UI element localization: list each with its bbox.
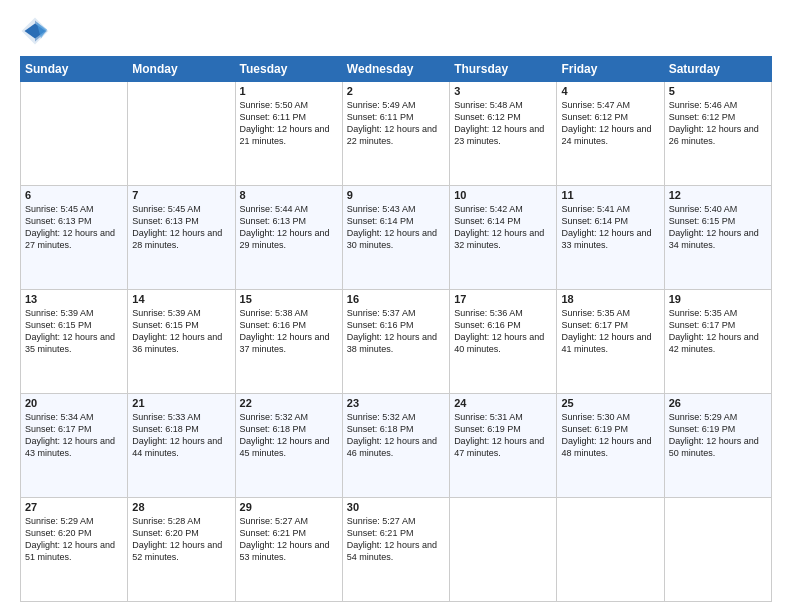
weekday-header-monday: Monday (128, 57, 235, 82)
day-number: 8 (240, 189, 338, 201)
day-cell: 10Sunrise: 5:42 AM Sunset: 6:14 PM Dayli… (450, 186, 557, 290)
day-info: Sunrise: 5:43 AM Sunset: 6:14 PM Dayligh… (347, 203, 445, 252)
day-info: Sunrise: 5:35 AM Sunset: 6:17 PM Dayligh… (561, 307, 659, 356)
day-number: 5 (669, 85, 767, 97)
weekday-header-saturday: Saturday (664, 57, 771, 82)
day-number: 30 (347, 501, 445, 513)
day-cell: 4Sunrise: 5:47 AM Sunset: 6:12 PM Daylig… (557, 82, 664, 186)
day-cell: 18Sunrise: 5:35 AM Sunset: 6:17 PM Dayli… (557, 290, 664, 394)
day-cell: 11Sunrise: 5:41 AM Sunset: 6:14 PM Dayli… (557, 186, 664, 290)
week-row-2: 13Sunrise: 5:39 AM Sunset: 6:15 PM Dayli… (21, 290, 772, 394)
day-cell: 30Sunrise: 5:27 AM Sunset: 6:21 PM Dayli… (342, 498, 449, 602)
day-cell (450, 498, 557, 602)
day-info: Sunrise: 5:28 AM Sunset: 6:20 PM Dayligh… (132, 515, 230, 564)
day-number: 29 (240, 501, 338, 513)
day-info: Sunrise: 5:27 AM Sunset: 6:21 PM Dayligh… (240, 515, 338, 564)
day-info: Sunrise: 5:33 AM Sunset: 6:18 PM Dayligh… (132, 411, 230, 460)
day-number: 17 (454, 293, 552, 305)
day-cell: 13Sunrise: 5:39 AM Sunset: 6:15 PM Dayli… (21, 290, 128, 394)
day-info: Sunrise: 5:39 AM Sunset: 6:15 PM Dayligh… (25, 307, 123, 356)
day-number: 18 (561, 293, 659, 305)
day-info: Sunrise: 5:30 AM Sunset: 6:19 PM Dayligh… (561, 411, 659, 460)
day-number: 16 (347, 293, 445, 305)
day-number: 11 (561, 189, 659, 201)
day-number: 9 (347, 189, 445, 201)
day-cell (664, 498, 771, 602)
weekday-header-tuesday: Tuesday (235, 57, 342, 82)
day-cell: 24Sunrise: 5:31 AM Sunset: 6:19 PM Dayli… (450, 394, 557, 498)
weekday-header-thursday: Thursday (450, 57, 557, 82)
day-cell: 21Sunrise: 5:33 AM Sunset: 6:18 PM Dayli… (128, 394, 235, 498)
day-info: Sunrise: 5:37 AM Sunset: 6:16 PM Dayligh… (347, 307, 445, 356)
day-number: 2 (347, 85, 445, 97)
header (20, 16, 772, 46)
day-info: Sunrise: 5:45 AM Sunset: 6:13 PM Dayligh… (25, 203, 123, 252)
day-number: 21 (132, 397, 230, 409)
logo-icon (20, 16, 50, 46)
weekday-header-wednesday: Wednesday (342, 57, 449, 82)
day-cell: 3Sunrise: 5:48 AM Sunset: 6:12 PM Daylig… (450, 82, 557, 186)
day-info: Sunrise: 5:29 AM Sunset: 6:20 PM Dayligh… (25, 515, 123, 564)
day-number: 19 (669, 293, 767, 305)
day-cell: 1Sunrise: 5:50 AM Sunset: 6:11 PM Daylig… (235, 82, 342, 186)
day-info: Sunrise: 5:41 AM Sunset: 6:14 PM Dayligh… (561, 203, 659, 252)
day-cell: 2Sunrise: 5:49 AM Sunset: 6:11 PM Daylig… (342, 82, 449, 186)
weekday-header-row: SundayMondayTuesdayWednesdayThursdayFrid… (21, 57, 772, 82)
day-number: 26 (669, 397, 767, 409)
day-cell: 12Sunrise: 5:40 AM Sunset: 6:15 PM Dayli… (664, 186, 771, 290)
day-cell: 6Sunrise: 5:45 AM Sunset: 6:13 PM Daylig… (21, 186, 128, 290)
day-number: 15 (240, 293, 338, 305)
day-info: Sunrise: 5:48 AM Sunset: 6:12 PM Dayligh… (454, 99, 552, 148)
day-cell: 25Sunrise: 5:30 AM Sunset: 6:19 PM Dayli… (557, 394, 664, 498)
day-cell: 7Sunrise: 5:45 AM Sunset: 6:13 PM Daylig… (128, 186, 235, 290)
day-number: 3 (454, 85, 552, 97)
day-number: 24 (454, 397, 552, 409)
weekday-header-sunday: Sunday (21, 57, 128, 82)
day-cell: 19Sunrise: 5:35 AM Sunset: 6:17 PM Dayli… (664, 290, 771, 394)
day-info: Sunrise: 5:46 AM Sunset: 6:12 PM Dayligh… (669, 99, 767, 148)
day-number: 12 (669, 189, 767, 201)
day-cell: 26Sunrise: 5:29 AM Sunset: 6:19 PM Dayli… (664, 394, 771, 498)
day-info: Sunrise: 5:47 AM Sunset: 6:12 PM Dayligh… (561, 99, 659, 148)
day-info: Sunrise: 5:32 AM Sunset: 6:18 PM Dayligh… (347, 411, 445, 460)
day-number: 28 (132, 501, 230, 513)
day-number: 1 (240, 85, 338, 97)
day-cell: 20Sunrise: 5:34 AM Sunset: 6:17 PM Dayli… (21, 394, 128, 498)
day-cell: 29Sunrise: 5:27 AM Sunset: 6:21 PM Dayli… (235, 498, 342, 602)
day-cell: 8Sunrise: 5:44 AM Sunset: 6:13 PM Daylig… (235, 186, 342, 290)
day-info: Sunrise: 5:36 AM Sunset: 6:16 PM Dayligh… (454, 307, 552, 356)
logo (20, 16, 54, 46)
day-number: 10 (454, 189, 552, 201)
day-cell (557, 498, 664, 602)
day-info: Sunrise: 5:34 AM Sunset: 6:17 PM Dayligh… (25, 411, 123, 460)
day-cell: 27Sunrise: 5:29 AM Sunset: 6:20 PM Dayli… (21, 498, 128, 602)
week-row-4: 27Sunrise: 5:29 AM Sunset: 6:20 PM Dayli… (21, 498, 772, 602)
day-number: 20 (25, 397, 123, 409)
day-info: Sunrise: 5:27 AM Sunset: 6:21 PM Dayligh… (347, 515, 445, 564)
day-cell (21, 82, 128, 186)
day-number: 4 (561, 85, 659, 97)
day-cell: 9Sunrise: 5:43 AM Sunset: 6:14 PM Daylig… (342, 186, 449, 290)
day-info: Sunrise: 5:49 AM Sunset: 6:11 PM Dayligh… (347, 99, 445, 148)
day-number: 6 (25, 189, 123, 201)
day-info: Sunrise: 5:32 AM Sunset: 6:18 PM Dayligh… (240, 411, 338, 460)
day-info: Sunrise: 5:38 AM Sunset: 6:16 PM Dayligh… (240, 307, 338, 356)
day-info: Sunrise: 5:45 AM Sunset: 6:13 PM Dayligh… (132, 203, 230, 252)
day-number: 13 (25, 293, 123, 305)
day-number: 7 (132, 189, 230, 201)
day-cell: 23Sunrise: 5:32 AM Sunset: 6:18 PM Dayli… (342, 394, 449, 498)
day-info: Sunrise: 5:50 AM Sunset: 6:11 PM Dayligh… (240, 99, 338, 148)
day-info: Sunrise: 5:31 AM Sunset: 6:19 PM Dayligh… (454, 411, 552, 460)
day-number: 27 (25, 501, 123, 513)
page: SundayMondayTuesdayWednesdayThursdayFrid… (0, 0, 792, 612)
week-row-1: 6Sunrise: 5:45 AM Sunset: 6:13 PM Daylig… (21, 186, 772, 290)
day-cell: 17Sunrise: 5:36 AM Sunset: 6:16 PM Dayli… (450, 290, 557, 394)
day-cell: 22Sunrise: 5:32 AM Sunset: 6:18 PM Dayli… (235, 394, 342, 498)
day-number: 14 (132, 293, 230, 305)
day-cell: 5Sunrise: 5:46 AM Sunset: 6:12 PM Daylig… (664, 82, 771, 186)
day-number: 23 (347, 397, 445, 409)
day-info: Sunrise: 5:42 AM Sunset: 6:14 PM Dayligh… (454, 203, 552, 252)
day-cell: 15Sunrise: 5:38 AM Sunset: 6:16 PM Dayli… (235, 290, 342, 394)
calendar-table: SundayMondayTuesdayWednesdayThursdayFrid… (20, 56, 772, 602)
day-cell: 28Sunrise: 5:28 AM Sunset: 6:20 PM Dayli… (128, 498, 235, 602)
